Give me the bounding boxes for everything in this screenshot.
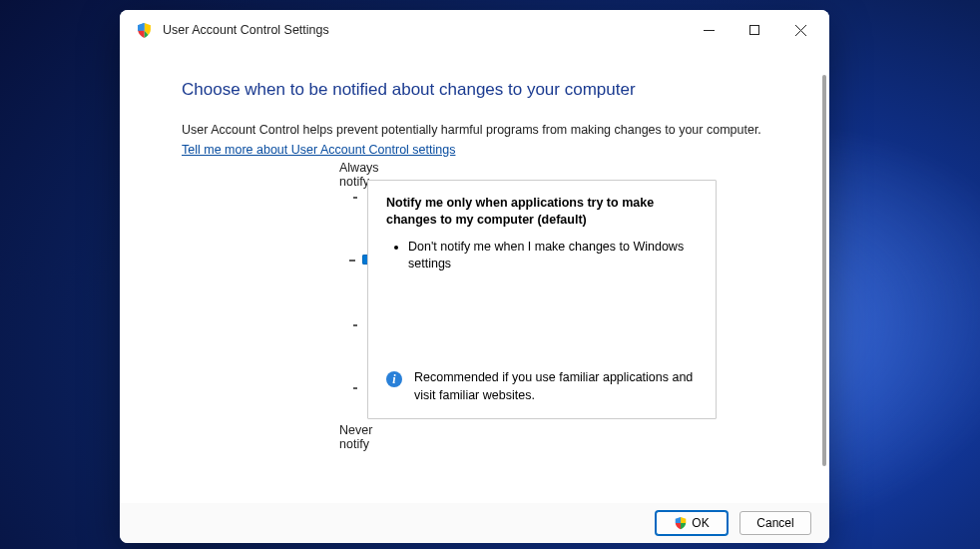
slider-tick — [353, 197, 357, 199]
desktop-background: User Account Control Settings Choose whe… — [0, 0, 980, 549]
cancel-button-label: Cancel — [756, 516, 793, 530]
title-bar[interactable]: User Account Control Settings — [120, 10, 829, 50]
level-description-box: Notify me only when applications try to … — [367, 180, 717, 419]
scrollbar-thumb[interactable] — [822, 75, 826, 466]
dialog-footer: OK Cancel — [120, 503, 829, 543]
recommendation-row: i Recommended if you use familiar applic… — [386, 369, 700, 404]
ok-button-label: OK — [692, 516, 709, 530]
page-heading: Choose when to be notified about changes… — [182, 80, 789, 100]
slider-tick — [353, 324, 357, 326]
shield-icon — [136, 22, 153, 39]
slider-min-label: Never notify — [339, 423, 372, 451]
level-bullet: Don't notify me when I make changes to W… — [408, 239, 700, 274]
window-controls — [686, 10, 823, 50]
level-title: Notify me only when applications try to … — [386, 195, 700, 229]
window-title: User Account Control Settings — [163, 23, 329, 37]
slider-tick — [349, 260, 355, 262]
svg-rect-1 — [750, 26, 759, 35]
learn-more-link[interactable]: Tell me more about User Account Control … — [182, 143, 455, 157]
window-caption: User Account Control Settings — [136, 22, 329, 39]
shield-icon — [674, 516, 688, 530]
close-button[interactable] — [777, 10, 823, 50]
uac-settings-window: User Account Control Settings Choose whe… — [120, 10, 829, 543]
info-icon: i — [386, 371, 402, 387]
ok-button[interactable]: OK — [656, 511, 728, 535]
cancel-button[interactable]: Cancel — [739, 511, 811, 535]
maximize-button[interactable] — [732, 10, 777, 50]
slider-tick — [353, 387, 357, 389]
recommendation-text: Recommended if you use familiar applicat… — [414, 369, 700, 404]
minimize-button[interactable] — [686, 10, 732, 50]
level-bullets: Don't notify me when I make changes to W… — [408, 239, 700, 274]
intro-text: User Account Control helps prevent poten… — [182, 122, 789, 140]
